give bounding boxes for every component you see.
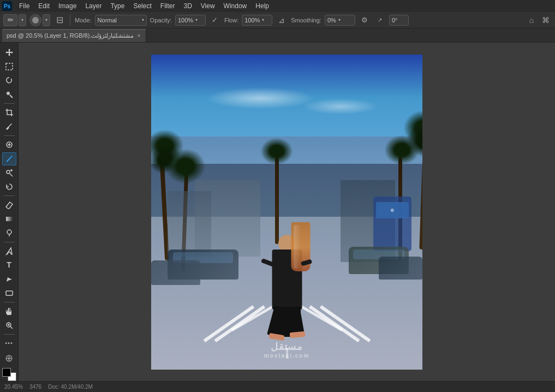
- mode-dropdown[interactable]: Normal ▾: [95, 15, 147, 26]
- main-layout: T ••• ⊕: [0, 43, 555, 381]
- menu-help[interactable]: Help: [252, 1, 273, 11]
- canvas-image: ⊕: [151, 55, 422, 370]
- svg-point-7: [7, 230, 11, 234]
- angle-value: 0°: [392, 17, 398, 23]
- foreground-color[interactable]: [2, 368, 11, 377]
- canvas-area: ⊕: [19, 43, 555, 381]
- svg-rect-9: [6, 291, 13, 295]
- doc-tab-title: مشتشلثبارلثزؤلث.psd @ 20.5% (Layer 1, RG…: [7, 32, 134, 39]
- mode-label: Mode:: [75, 17, 92, 23]
- menu-filter[interactable]: Filter: [157, 1, 179, 11]
- opacity-label: Opacity:: [150, 17, 172, 23]
- menu-layer[interactable]: Layer: [81, 1, 105, 11]
- ps-logo: Ps: [2, 1, 12, 11]
- magic-wand-tool-btn[interactable]: [2, 88, 16, 101]
- watermark: مستقل mostaqi.com: [264, 341, 310, 359]
- doc-size-info: Doc: 40.2M/40.2M: [48, 384, 93, 390]
- crop-tool-btn[interactable]: [2, 106, 16, 119]
- butterflies-icon[interactable]: ⌘: [540, 14, 552, 26]
- status-bar: 20.45% 3476 Doc: 40.2M/40.2M: [0, 381, 555, 392]
- menu-type[interactable]: Type: [106, 1, 128, 11]
- brush-settings-icon[interactable]: ⊟: [53, 14, 65, 26]
- rectangle-tool-btn[interactable]: [2, 287, 16, 300]
- menu-view[interactable]: View: [197, 1, 219, 11]
- person-legs: [273, 307, 301, 337]
- svg-rect-0: [6, 63, 13, 70]
- angle-icon[interactable]: ↗: [374, 14, 386, 26]
- type-tool-btn[interactable]: T: [2, 258, 16, 271]
- spot-heal-tool-btn[interactable]: [2, 138, 16, 151]
- brush-tool-btn[interactable]: [2, 152, 16, 165]
- zoom-tool-btn[interactable]: [2, 319, 16, 332]
- svg-line-1: [10, 95, 13, 98]
- person-body: [272, 250, 302, 310]
- gradient-tool-btn[interactable]: [2, 212, 16, 225]
- document-tab[interactable]: مشتشلثبارلثزؤلث.psd @ 20.5% (Layer 1, RG…: [2, 29, 146, 42]
- extra-tools-btn[interactable]: ⊕: [2, 352, 16, 365]
- canvas-container: ⊕: [151, 55, 422, 370]
- more-tools-btn[interactable]: •••: [2, 336, 16, 349]
- menu-3d[interactable]: 3D: [180, 1, 195, 11]
- tool-sep-6: [4, 334, 15, 335]
- menu-select[interactable]: Select: [129, 1, 155, 11]
- watermark-text: مستقل: [264, 341, 310, 353]
- smoothing-settings-icon[interactable]: ⚙: [359, 14, 371, 26]
- pen-tool-btn[interactable]: [2, 245, 16, 258]
- car-left-2: [151, 260, 200, 285]
- menu-window[interactable]: Window: [220, 1, 251, 11]
- opacity-always-icon[interactable]: ✓: [209, 14, 221, 26]
- separator-1: [70, 15, 70, 26]
- size-chevron[interactable]: ▾: [43, 14, 50, 26]
- tool-preset-picker[interactable]: ✏ ▾: [3, 14, 26, 26]
- mode-value: Normal: [98, 17, 117, 23]
- svg-rect-6: [6, 217, 13, 221]
- flow-label: Flow:: [224, 17, 238, 23]
- brush-size-control[interactable]: ▾: [29, 14, 50, 26]
- opacity-value: 100%: [178, 17, 193, 23]
- svg-line-11: [10, 326, 13, 329]
- clone-stamp-tool-btn[interactable]: [2, 167, 16, 180]
- angle-control[interactable]: 0°: [389, 15, 409, 26]
- clouds-right: [302, 98, 379, 115]
- marquee-tool-btn[interactable]: [2, 60, 16, 73]
- lasso-tool-btn[interactable]: [2, 74, 16, 87]
- sign-text: ⊕: [376, 202, 409, 218]
- zoom-level: 20.45%: [4, 384, 23, 390]
- close-tab-btn[interactable]: ×: [137, 33, 140, 39]
- path-select-tool-btn[interactable]: [2, 272, 16, 286]
- smoothing-label: Smoothing:: [291, 17, 321, 23]
- watermark-subtext: mostaqi.com: [264, 353, 310, 359]
- fg-bg-colors[interactable]: [2, 368, 16, 381]
- menu-bar: Ps File Edit Image Layer Type Select Fil…: [0, 0, 555, 12]
- dodge-tool-btn[interactable]: [2, 227, 16, 240]
- flow-control[interactable]: 100% ▾: [242, 15, 272, 26]
- eyedropper-tool-btn[interactable]: [2, 120, 16, 133]
- move-tool-btn[interactable]: [2, 46, 16, 59]
- flow-value: 100%: [244, 17, 260, 23]
- menu-image[interactable]: Image: [55, 1, 80, 11]
- opacity-control[interactable]: 100% ▾: [175, 15, 206, 26]
- history-brush-tool-btn[interactable]: [2, 180, 16, 193]
- car-right-2: [379, 257, 422, 280]
- right-options: ⌂ ⌘: [526, 14, 552, 26]
- eraser-tool-btn[interactable]: [2, 198, 16, 211]
- options-bar: ✏ ▾ ▾ ⊟ Mode: Normal ▾ Opacity: 100% ▾ ✓…: [0, 12, 555, 28]
- airbrush-icon[interactable]: ⊿: [276, 14, 288, 26]
- smoothing-control[interactable]: 0% ▾: [325, 15, 355, 26]
- shoe-right: [289, 331, 305, 337]
- tab-bar: مشتشلثبارلثزؤلث.psd @ 20.5% (Layer 1, RG…: [0, 28, 555, 43]
- hand-tool-btn[interactable]: [2, 305, 16, 318]
- brush-preset-btn[interactable]: ✏: [3, 14, 17, 26]
- menu-edit[interactable]: Edit: [34, 1, 53, 11]
- symmetry-icon[interactable]: ⌂: [526, 14, 538, 26]
- saxophone-player: [254, 217, 320, 337]
- brush-size-btn[interactable]: [29, 14, 41, 26]
- tool-sep-4: [4, 242, 15, 242]
- preset-chevron[interactable]: ▾: [19, 14, 26, 26]
- toolbar: T ••• ⊕: [0, 43, 19, 381]
- tool-sep-3: [4, 195, 15, 196]
- menu-file[interactable]: File: [15, 1, 33, 11]
- smoothing-value: 0%: [327, 17, 336, 23]
- svg-point-5: [7, 170, 10, 174]
- building-left-2: [168, 191, 211, 257]
